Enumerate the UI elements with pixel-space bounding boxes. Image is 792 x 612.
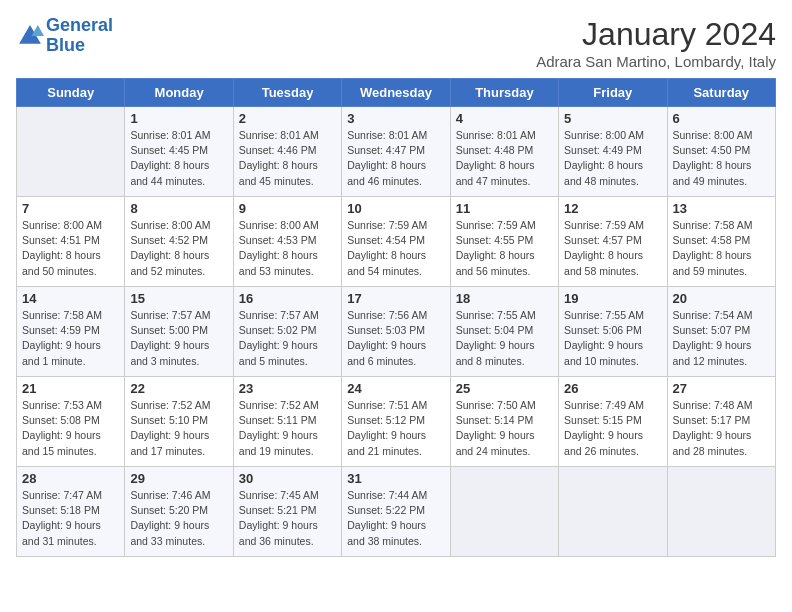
- day-info: Sunrise: 8:00 AM Sunset: 4:50 PM Dayligh…: [673, 128, 770, 189]
- day-number: 18: [456, 291, 553, 306]
- day-info: Sunrise: 7:58 AM Sunset: 4:58 PM Dayligh…: [673, 218, 770, 279]
- day-info: Sunrise: 7:51 AM Sunset: 5:12 PM Dayligh…: [347, 398, 444, 459]
- day-info: Sunrise: 7:52 AM Sunset: 5:10 PM Dayligh…: [130, 398, 227, 459]
- calendar-cell: 6Sunrise: 8:00 AM Sunset: 4:50 PM Daylig…: [667, 107, 775, 197]
- day-info: Sunrise: 8:00 AM Sunset: 4:53 PM Dayligh…: [239, 218, 336, 279]
- logo-line2: Blue: [46, 35, 85, 55]
- day-number: 13: [673, 201, 770, 216]
- calendar-cell: 30Sunrise: 7:45 AM Sunset: 5:21 PM Dayli…: [233, 467, 341, 557]
- day-info: Sunrise: 7:48 AM Sunset: 5:17 PM Dayligh…: [673, 398, 770, 459]
- day-info: Sunrise: 8:01 AM Sunset: 4:45 PM Dayligh…: [130, 128, 227, 189]
- day-number: 26: [564, 381, 661, 396]
- day-number: 17: [347, 291, 444, 306]
- day-info: Sunrise: 7:52 AM Sunset: 5:11 PM Dayligh…: [239, 398, 336, 459]
- day-number: 27: [673, 381, 770, 396]
- calendar-cell: 29Sunrise: 7:46 AM Sunset: 5:20 PM Dayli…: [125, 467, 233, 557]
- calendar-cell: [667, 467, 775, 557]
- svg-marker-1: [32, 25, 44, 36]
- calendar-cell: 22Sunrise: 7:52 AM Sunset: 5:10 PM Dayli…: [125, 377, 233, 467]
- weekday-header-saturday: Saturday: [667, 79, 775, 107]
- calendar-cell: 17Sunrise: 7:56 AM Sunset: 5:03 PM Dayli…: [342, 287, 450, 377]
- day-info: Sunrise: 7:54 AM Sunset: 5:07 PM Dayligh…: [673, 308, 770, 369]
- day-info: Sunrise: 7:59 AM Sunset: 4:54 PM Dayligh…: [347, 218, 444, 279]
- day-info: Sunrise: 7:55 AM Sunset: 5:04 PM Dayligh…: [456, 308, 553, 369]
- day-number: 11: [456, 201, 553, 216]
- day-info: Sunrise: 7:59 AM Sunset: 4:57 PM Dayligh…: [564, 218, 661, 279]
- day-info: Sunrise: 8:01 AM Sunset: 4:46 PM Dayligh…: [239, 128, 336, 189]
- weekday-header-sunday: Sunday: [17, 79, 125, 107]
- weekday-header-row: SundayMondayTuesdayWednesdayThursdayFrid…: [17, 79, 776, 107]
- week-row-5: 28Sunrise: 7:47 AM Sunset: 5:18 PM Dayli…: [17, 467, 776, 557]
- calendar-cell: 25Sunrise: 7:50 AM Sunset: 5:14 PM Dayli…: [450, 377, 558, 467]
- day-info: Sunrise: 8:00 AM Sunset: 4:52 PM Dayligh…: [130, 218, 227, 279]
- weekday-header-monday: Monday: [125, 79, 233, 107]
- calendar-cell: 13Sunrise: 7:58 AM Sunset: 4:58 PM Dayli…: [667, 197, 775, 287]
- weekday-header-friday: Friday: [559, 79, 667, 107]
- day-number: 9: [239, 201, 336, 216]
- day-number: 24: [347, 381, 444, 396]
- logo-icon: [16, 22, 44, 50]
- calendar-cell: 5Sunrise: 8:00 AM Sunset: 4:49 PM Daylig…: [559, 107, 667, 197]
- calendar-cell: 9Sunrise: 8:00 AM Sunset: 4:53 PM Daylig…: [233, 197, 341, 287]
- day-number: 12: [564, 201, 661, 216]
- calendar-cell: 26Sunrise: 7:49 AM Sunset: 5:15 PM Dayli…: [559, 377, 667, 467]
- calendar-cell: 18Sunrise: 7:55 AM Sunset: 5:04 PM Dayli…: [450, 287, 558, 377]
- calendar-cell: 23Sunrise: 7:52 AM Sunset: 5:11 PM Dayli…: [233, 377, 341, 467]
- location: Adrara San Martino, Lombardy, Italy: [536, 53, 776, 70]
- day-number: 30: [239, 471, 336, 486]
- calendar-cell: 2Sunrise: 8:01 AM Sunset: 4:46 PM Daylig…: [233, 107, 341, 197]
- day-number: 8: [130, 201, 227, 216]
- day-number: 23: [239, 381, 336, 396]
- day-number: 21: [22, 381, 119, 396]
- week-row-1: 1Sunrise: 8:01 AM Sunset: 4:45 PM Daylig…: [17, 107, 776, 197]
- day-number: 25: [456, 381, 553, 396]
- day-info: Sunrise: 7:57 AM Sunset: 5:00 PM Dayligh…: [130, 308, 227, 369]
- calendar-cell: 12Sunrise: 7:59 AM Sunset: 4:57 PM Dayli…: [559, 197, 667, 287]
- day-number: 7: [22, 201, 119, 216]
- day-number: 19: [564, 291, 661, 306]
- day-number: 3: [347, 111, 444, 126]
- day-info: Sunrise: 7:57 AM Sunset: 5:02 PM Dayligh…: [239, 308, 336, 369]
- calendar-cell: 8Sunrise: 8:00 AM Sunset: 4:52 PM Daylig…: [125, 197, 233, 287]
- day-info: Sunrise: 7:49 AM Sunset: 5:15 PM Dayligh…: [564, 398, 661, 459]
- day-info: Sunrise: 7:58 AM Sunset: 4:59 PM Dayligh…: [22, 308, 119, 369]
- calendar-cell: [450, 467, 558, 557]
- calendar-cell: 24Sunrise: 7:51 AM Sunset: 5:12 PM Dayli…: [342, 377, 450, 467]
- title-block: January 2024 Adrara San Martino, Lombard…: [536, 16, 776, 70]
- day-number: 6: [673, 111, 770, 126]
- calendar-cell: 20Sunrise: 7:54 AM Sunset: 5:07 PM Dayli…: [667, 287, 775, 377]
- day-number: 20: [673, 291, 770, 306]
- logo-line1: General: [46, 15, 113, 35]
- weekday-header-wednesday: Wednesday: [342, 79, 450, 107]
- page-header: General Blue January 2024 Adrara San Mar…: [16, 16, 776, 70]
- day-info: Sunrise: 8:00 AM Sunset: 4:51 PM Dayligh…: [22, 218, 119, 279]
- calendar-cell: 4Sunrise: 8:01 AM Sunset: 4:48 PM Daylig…: [450, 107, 558, 197]
- calendar-cell: 14Sunrise: 7:58 AM Sunset: 4:59 PM Dayli…: [17, 287, 125, 377]
- calendar-cell: 16Sunrise: 7:57 AM Sunset: 5:02 PM Dayli…: [233, 287, 341, 377]
- week-row-3: 14Sunrise: 7:58 AM Sunset: 4:59 PM Dayli…: [17, 287, 776, 377]
- weekday-header-thursday: Thursday: [450, 79, 558, 107]
- day-number: 22: [130, 381, 227, 396]
- month-title: January 2024: [536, 16, 776, 53]
- day-number: 14: [22, 291, 119, 306]
- calendar-cell: 3Sunrise: 8:01 AM Sunset: 4:47 PM Daylig…: [342, 107, 450, 197]
- logo: General Blue: [16, 16, 113, 56]
- calendar-cell: 19Sunrise: 7:55 AM Sunset: 5:06 PM Dayli…: [559, 287, 667, 377]
- day-number: 4: [456, 111, 553, 126]
- day-number: 28: [22, 471, 119, 486]
- day-info: Sunrise: 7:55 AM Sunset: 5:06 PM Dayligh…: [564, 308, 661, 369]
- day-number: 10: [347, 201, 444, 216]
- day-info: Sunrise: 7:44 AM Sunset: 5:22 PM Dayligh…: [347, 488, 444, 549]
- calendar-cell: 10Sunrise: 7:59 AM Sunset: 4:54 PM Dayli…: [342, 197, 450, 287]
- day-info: Sunrise: 7:56 AM Sunset: 5:03 PM Dayligh…: [347, 308, 444, 369]
- day-number: 29: [130, 471, 227, 486]
- day-info: Sunrise: 7:53 AM Sunset: 5:08 PM Dayligh…: [22, 398, 119, 459]
- day-number: 16: [239, 291, 336, 306]
- calendar-cell: 7Sunrise: 8:00 AM Sunset: 4:51 PM Daylig…: [17, 197, 125, 287]
- calendar-cell: 11Sunrise: 7:59 AM Sunset: 4:55 PM Dayli…: [450, 197, 558, 287]
- day-number: 5: [564, 111, 661, 126]
- day-info: Sunrise: 7:50 AM Sunset: 5:14 PM Dayligh…: [456, 398, 553, 459]
- day-info: Sunrise: 7:46 AM Sunset: 5:20 PM Dayligh…: [130, 488, 227, 549]
- calendar-table: SundayMondayTuesdayWednesdayThursdayFrid…: [16, 78, 776, 557]
- calendar-cell: 31Sunrise: 7:44 AM Sunset: 5:22 PM Dayli…: [342, 467, 450, 557]
